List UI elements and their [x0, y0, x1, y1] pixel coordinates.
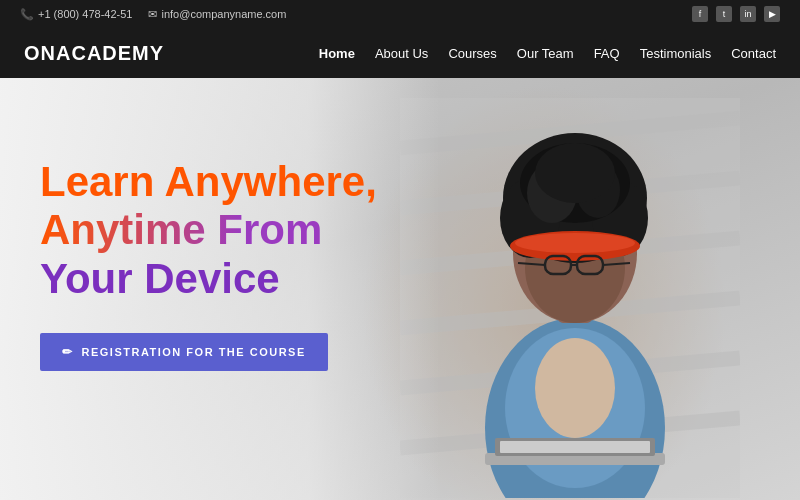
hero-title-line2: Anytime From [40, 206, 377, 254]
top-bar: 📞 +1 (800) 478-42-51 ✉ info@companyname.… [0, 0, 800, 28]
email-icon: ✉ [148, 8, 157, 21]
nav-courses[interactable]: Courses [448, 46, 496, 61]
hero-title: Learn Anywhere, Anytime From Your Device [40, 158, 377, 303]
hero-person-image [400, 98, 740, 498]
top-bar-contact: 📞 +1 (800) 478-42-51 ✉ info@companyname.… [20, 8, 286, 21]
registration-button[interactable]: ✏ REGISTRATION FOR THE COURSE [40, 333, 328, 371]
twitter-icon[interactable]: t [716, 6, 732, 22]
pen-icon: ✏ [62, 345, 74, 359]
nav-contact[interactable]: Contact [731, 46, 776, 61]
hero-title-line3: Your Device [40, 255, 377, 303]
nav-testimonials[interactable]: Testimonials [640, 46, 712, 61]
nav-faq[interactable]: FAQ [594, 46, 620, 61]
nav-team[interactable]: Our Team [517, 46, 574, 61]
phone-icon: 📞 [20, 8, 34, 21]
nav-home[interactable]: Home [319, 46, 355, 61]
email-address: info@companyname.com [161, 8, 286, 20]
nav-links: Home About Us Courses Our Team FAQ Testi… [319, 46, 776, 61]
youtube-icon[interactable]: ▶ [764, 6, 780, 22]
site-brand[interactable]: ONACADEMY [24, 42, 164, 65]
svg-point-9 [535, 338, 615, 438]
hero-section: Learn Anywhere, Anytime From Your Device… [0, 78, 800, 500]
svg-rect-29 [500, 441, 650, 453]
cta-label: REGISTRATION FOR THE COURSE [82, 346, 306, 358]
phone-number: +1 (800) 478-42-51 [38, 8, 132, 20]
svg-point-21 [515, 233, 635, 253]
facebook-icon[interactable]: f [692, 6, 708, 22]
phone-contact: 📞 +1 (800) 478-42-51 [20, 8, 132, 21]
nav-about[interactable]: About Us [375, 46, 428, 61]
hero-content: Learn Anywhere, Anytime From Your Device… [40, 158, 377, 371]
email-contact: ✉ info@companyname.com [148, 8, 286, 21]
social-links: f t in ▶ [692, 6, 780, 22]
main-nav: ONACADEMY Home About Us Courses Our Team… [0, 28, 800, 78]
hero-title-line1: Learn Anywhere, [40, 158, 377, 206]
linkedin-icon[interactable]: in [740, 6, 756, 22]
person-svg [400, 98, 740, 498]
svg-point-19 [535, 143, 615, 203]
